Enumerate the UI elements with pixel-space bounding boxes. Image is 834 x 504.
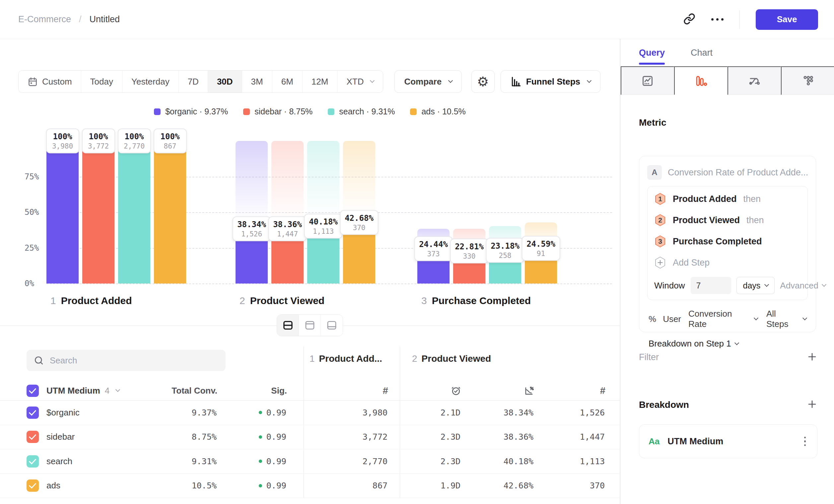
more-options-button[interactable] [711, 18, 724, 21]
row-sig: 0.99 [259, 449, 286, 474]
metric-card: A Conversion Rate of Product Adde... 1Pr… [639, 156, 816, 332]
bar-sidebar-step-1[interactable] [82, 141, 114, 283]
bar-search-step-1[interactable] [118, 141, 150, 283]
layout-pane-bottom-button[interactable] [321, 315, 343, 336]
rate-chart-icon [524, 386, 534, 396]
value-percent: 100% [87, 132, 110, 141]
row-total: 8.75% [192, 425, 217, 449]
row-name: sidebar [46, 425, 75, 449]
query-step-3[interactable]: 3Purchase Completed [654, 231, 801, 252]
row-conv-rate: 40.18% [504, 449, 533, 474]
row-step1-count: 867 [373, 474, 388, 498]
sig-value: 0.99 [266, 408, 286, 417]
save-button[interactable]: Save [756, 9, 818, 30]
measure-scope[interactable]: All Steps [766, 309, 799, 329]
measure-metric[interactable]: Conversion Rate [688, 309, 750, 329]
view-layout-toggle [277, 314, 343, 336]
ghost-bar-search-step-2 [307, 141, 339, 226]
conversion-rate-column[interactable] [514, 383, 534, 398]
window-value-input[interactable] [691, 277, 731, 294]
topbar-divider [740, 10, 740, 29]
table-row-search[interactable]: search0.999.31%2,7702.3D40.18%1,113 [0, 449, 620, 474]
row-checkbox[interactable] [26, 407, 39, 419]
kebab-menu-icon[interactable] [802, 435, 808, 448]
sig-value: 0.99 [266, 457, 286, 466]
query-step-label: Purchase Completed [673, 236, 762, 247]
query-step-label: Product Viewed [673, 215, 740, 226]
value-percent: 100% [51, 132, 74, 141]
step1-count-column[interactable]: # [368, 383, 388, 398]
row-total: 9.37% [192, 400, 217, 425]
breakdown-item[interactable]: Aa UTM Medium [639, 425, 817, 458]
sig-header[interactable]: Sig. [237, 383, 287, 398]
table-row-$organic[interactable]: $organic0.999.37%3,9802.1D38.34%1,526 [0, 400, 620, 425]
chart-type-line-chart[interactable] [621, 66, 674, 95]
table-row-sidebar[interactable]: sidebar0.998.75%3,7722.3D38.36%1,447 [0, 425, 620, 450]
query-panel: Query Chart Metric A Conversion Rate of … [620, 39, 834, 504]
value-percent: 22.81% [455, 242, 484, 251]
table-step1-header: 1 Product Add... [309, 353, 382, 364]
query-step-2[interactable]: 2Product Viewedthen [654, 210, 801, 231]
chevron-down-icon [803, 316, 807, 320]
breakdown-heading: Breakdown [639, 399, 689, 410]
chart-type-scatter[interactable] [781, 66, 834, 95]
select-all-cell [26, 383, 39, 398]
value-label-$organic-step-1: 100%3,980 [46, 129, 79, 154]
breakdown-item-label: UTM Medium [667, 436, 723, 446]
hash-icon: # [383, 385, 388, 396]
row-checkbox-cell [26, 400, 39, 425]
add-breakdown-button[interactable] [807, 399, 817, 411]
bar-ads-step-1[interactable] [154, 141, 186, 283]
filter-heading: Filter [639, 352, 659, 362]
value-percent: 23.18% [491, 242, 520, 251]
value-count: 867 [158, 142, 182, 150]
step2-count-column[interactable]: # [586, 383, 606, 398]
value-percent: 40.18% [309, 217, 338, 227]
query-step-1[interactable]: 1Product Addedthen [654, 188, 801, 210]
breadcrumb-title[interactable]: Untitled [90, 14, 120, 25]
table-row-ads[interactable]: ads0.9910.5%8671.9D42.68%370 [0, 474, 620, 498]
add-filter-button[interactable] [807, 351, 817, 363]
add-step-button[interactable]: Add Step [654, 252, 801, 273]
advanced-toggle[interactable]: Advanced [780, 280, 826, 291]
value-percent: 38.36% [273, 220, 302, 229]
metric-summary[interactable]: A Conversion Rate of Product Adde... [647, 163, 808, 181]
value-label-search-step-3: 23.18%258 [486, 238, 525, 263]
chart-type-flows[interactable] [727, 66, 781, 95]
bar-$organic-step-1[interactable] [46, 141, 79, 283]
step-number: 1 [50, 295, 56, 306]
measure-row: % User Conversion Rate All Steps [647, 309, 808, 329]
window-row: Window days Advanced [654, 276, 801, 295]
tab-chart[interactable]: Chart [691, 39, 712, 66]
row-checkbox[interactable] [26, 455, 39, 467]
flows-icon [748, 75, 761, 87]
layout-pane-top-button[interactable] [299, 315, 321, 336]
share-link-button[interactable] [683, 13, 695, 26]
row-step2-count: 1,113 [580, 449, 605, 474]
value-label-ads-step-3: 24.59%91 [522, 236, 560, 261]
chevron-down-icon [822, 282, 826, 287]
measure-entity[interactable]: User [663, 314, 681, 324]
row-checkbox[interactable] [26, 431, 39, 443]
search-input[interactable] [49, 355, 218, 366]
layout-split-h-button[interactable] [277, 315, 299, 336]
row-checkbox[interactable] [26, 479, 39, 492]
sig-dot-icon [259, 460, 262, 463]
chart-type-funnel-bars[interactable] [674, 66, 727, 95]
y-axis-tick: 0% [25, 279, 34, 288]
total-conv-header[interactable]: Total Conv. [151, 383, 217, 398]
breadcrumb-project[interactable]: E-Commerce [18, 14, 71, 25]
group-column-header[interactable]: UTM Medium 4 [46, 383, 119, 398]
window-unit-select[interactable]: days [737, 277, 775, 294]
tab-query[interactable]: Query [639, 39, 665, 66]
time-to-convert-column[interactable] [441, 383, 461, 398]
row-step2-count: 370 [590, 474, 605, 498]
breakdown-on-label: Breakdown on Step 1 [649, 339, 731, 349]
step-hexagon-icon: 2 [654, 213, 666, 227]
line-chart-icon [641, 75, 654, 87]
breakdown-on-step-select[interactable]: Breakdown on Step 1 [647, 339, 740, 349]
value-label-search-step-1: 100%2,770 [118, 129, 151, 154]
row-sig: 0.99 [259, 474, 286, 498]
select-all-checkbox[interactable] [26, 385, 39, 397]
value-count: 370 [345, 224, 374, 232]
